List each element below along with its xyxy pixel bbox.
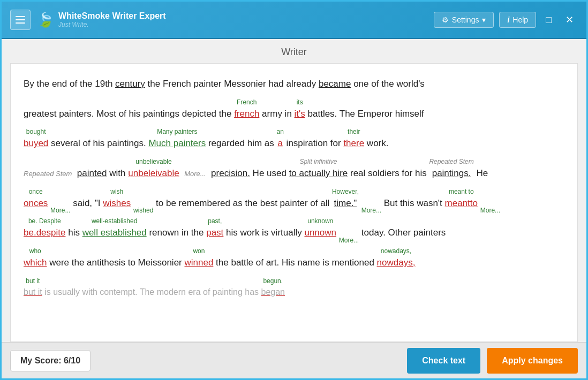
- apply-changes-button[interactable]: Apply changes: [487, 348, 578, 374]
- chevron-down-icon: ▾: [482, 16, 486, 24]
- word-wished: wished: [133, 207, 153, 212]
- word-winned: won winned: [184, 248, 213, 272]
- word-which: who which: [24, 248, 47, 272]
- word-began: begun. began: [261, 278, 285, 301]
- word-an: an a: [277, 128, 284, 153]
- word-wellestablished: well-established well established: [82, 218, 147, 242]
- word-past: past, past: [206, 218, 223, 242]
- word-unnown: unknown unnown: [304, 218, 336, 242]
- header-left: 🍃 WhiteSmoke Writer Expert Just Write.: [10, 10, 166, 30]
- app-title: WhiteSmoke Writer Expert: [58, 11, 166, 21]
- word-wishes: wish wishes: [103, 188, 131, 213]
- check-text-button[interactable]: Check text: [407, 348, 480, 374]
- settings-button[interactable]: ⚙ Settings ▾: [434, 12, 494, 28]
- text-content[interactable]: By the end of the 19th century the Frenc…: [11, 64, 577, 341]
- header-right: ⚙ Settings ▾ i Help □ ✕: [434, 12, 578, 28]
- word-but: More...: [361, 207, 381, 212]
- word-time: However, time.": [332, 188, 359, 213]
- word-bought: bought buyed: [24, 128, 48, 153]
- menu-button[interactable]: [10, 10, 31, 30]
- score-display: My Score: 6/10: [10, 350, 91, 371]
- word-more1: More...: [50, 207, 70, 212]
- word-more3: More...: [339, 237, 359, 242]
- text-area-container: By the end of the 19th century the Frenc…: [10, 63, 578, 342]
- help-button[interactable]: i Help: [499, 12, 536, 28]
- logo-icon: 🍃: [37, 12, 54, 28]
- word-century: century: [115, 75, 145, 94]
- word-became: became: [319, 75, 351, 94]
- bottom-bar: My Score: 6/10 Check text Apply changes: [2, 342, 586, 378]
- logo-area: 🍃 WhiteSmoke Writer Expert Just Write.: [37, 11, 166, 28]
- word-unbelievable: unbelievable unbeleivable: [128, 158, 179, 183]
- app-subtitle: Just Write.: [58, 21, 166, 28]
- main-content: Writer By the end of the 19th century th…: [2, 39, 586, 378]
- word-its: its it's: [295, 99, 305, 124]
- word-french: French french: [234, 99, 259, 124]
- word-more2: More...: [480, 207, 500, 212]
- minimize-button[interactable]: □: [541, 12, 556, 28]
- word-split-inf: Split infinitive to actually hire: [289, 158, 348, 183]
- logo-text: WhiteSmoke Writer Expert Just Write.: [58, 11, 166, 28]
- word-bedespite: be. Despite be.despite: [24, 218, 65, 242]
- word-many-painters: Many painters Much painters: [148, 128, 206, 153]
- app-header: 🍃 WhiteSmoke Writer Expert Just Write. ⚙…: [2, 2, 586, 39]
- gear-icon: ⚙: [442, 16, 449, 24]
- word-meantto: meant to meantto: [445, 188, 478, 213]
- word-paintings2: Repeated Stem paintings.: [429, 158, 473, 183]
- word-nowdays: nowadays, nowdays,: [377, 248, 416, 272]
- word-painted: painted: [77, 165, 107, 183]
- word-precision: precision.: [211, 165, 250, 183]
- info-icon: i: [507, 16, 509, 24]
- word-onces: once onces: [24, 188, 48, 213]
- word-their: their there: [343, 128, 364, 153]
- close-button[interactable]: ✕: [561, 12, 578, 28]
- writer-title: Writer: [2, 39, 586, 63]
- word-butit: but it but it: [24, 278, 42, 301]
